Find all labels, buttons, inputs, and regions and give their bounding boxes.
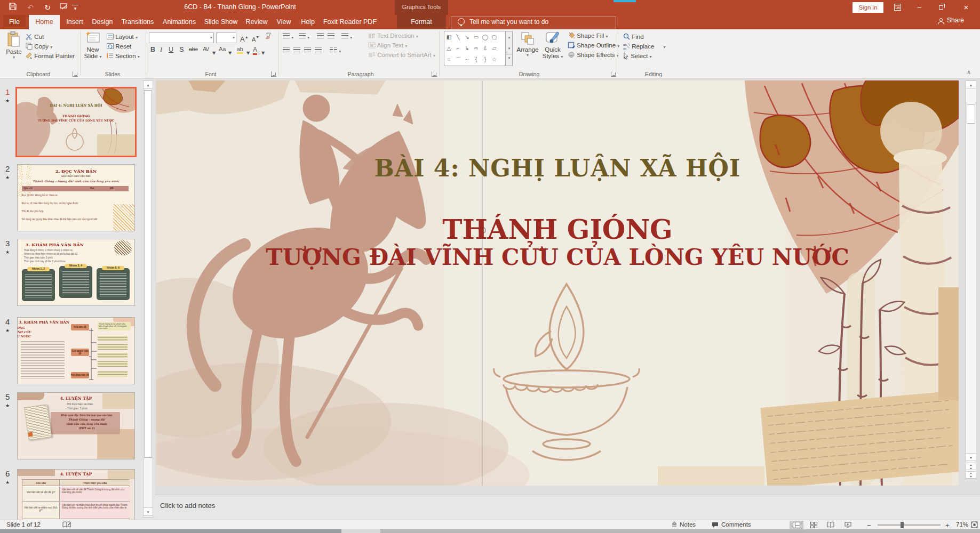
- section-button[interactable]: Section ▾: [107, 52, 140, 61]
- previous-slide-button[interactable]: ▴▴: [966, 463, 976, 470]
- align-center-button[interactable]: [293, 46, 300, 55]
- line-spacing-button[interactable]: ▾: [341, 33, 352, 42]
- arrange-button[interactable]: Arrange ▾: [515, 31, 540, 58]
- slide-thumbnail-4[interactable]: 3. KHÁM PHÁ VĂN BẢN THÁNH GIÓNG TƯỢNG ĐÀ…: [17, 317, 135, 384]
- next-slide-button[interactable]: ▾▾: [966, 471, 976, 479]
- shape-icon[interactable]: △: [444, 43, 453, 54]
- slide-title-line2[interactable]: THÁNH GIÓNG: [156, 214, 959, 245]
- start-slideshow-icon[interactable]: [59, 3, 68, 12]
- tab-slide-show[interactable]: Slide Show: [202, 15, 240, 29]
- font-color-button[interactable]: A: [253, 46, 257, 55]
- paragraph-dialog-launcher[interactable]: [432, 71, 437, 77]
- shape-icon[interactable]: }: [481, 54, 490, 65]
- change-case-button[interactable]: Aa: [219, 46, 226, 52]
- change-case-caret[interactable]: ▾: [228, 49, 232, 56]
- clear-formatting-button[interactable]: [265, 33, 272, 42]
- copy-button[interactable]: Copy ▾: [26, 42, 52, 51]
- reset-button[interactable]: Reset: [107, 42, 131, 51]
- clipboard-dialog-launcher[interactable]: [73, 71, 78, 77]
- decrease-indent-button[interactable]: [317, 33, 324, 42]
- numbering-button[interactable]: ▾: [299, 33, 309, 42]
- shape-icon[interactable]: ∼: [463, 54, 472, 65]
- tab-help[interactable]: Help: [298, 15, 318, 29]
- notes-toggle-button[interactable]: Notes: [680, 521, 696, 528]
- collapse-ribbon-icon[interactable]: ∧: [967, 69, 971, 76]
- slide-thumbnail-3[interactable]: 3. KHÁM PHÁ VĂN BẢN Hoạt động 6 nhóm, 2 …: [17, 239, 135, 306]
- close-button[interactable]: ×: [957, 0, 975, 15]
- scroll-down-icon[interactable]: ▾: [966, 453, 976, 461]
- italic-button[interactable]: I: [160, 46, 162, 54]
- text-direction-button[interactable]: Text Direction ▾: [368, 31, 418, 41]
- thumbnail-scroll-up-icon[interactable]: ▴: [143, 80, 153, 89]
- tab-file[interactable]: File: [3, 15, 26, 29]
- tell-me-label[interactable]: Tell me what you want to do: [469, 18, 548, 26]
- tab-home[interactable]: Home: [29, 15, 60, 29]
- new-slide-button[interactable]: New Slide ▾: [82, 31, 103, 59]
- shape-icon[interactable]: ☆: [490, 54, 499, 65]
- tab-design[interactable]: Design: [90, 15, 115, 29]
- columns-button[interactable]: ▾: [330, 46, 341, 55]
- highlight-color-button[interactable]: ab: [237, 46, 243, 54]
- share-button[interactable]: Share: [947, 17, 964, 24]
- shape-icon[interactable]: ▭: [472, 32, 481, 43]
- shape-icon[interactable]: ⌐: [453, 43, 463, 54]
- vertical-scrollbar-thumb[interactable]: [967, 104, 975, 124]
- font-name-combobox[interactable]: ▾: [149, 33, 214, 43]
- align-left-button[interactable]: [283, 46, 290, 55]
- highlight-caret[interactable]: ▾: [246, 49, 250, 56]
- shape-icon[interactable]: ╲: [453, 32, 463, 43]
- customize-qat-icon[interactable]: ▾: [72, 5, 78, 11]
- slide-title-line1[interactable]: BÀI 4: NGHỊ LUẬN XÃ HỘI: [156, 155, 959, 182]
- minimize-button[interactable]: –: [910, 0, 928, 15]
- zoom-slider-thumb[interactable]: [901, 522, 904, 528]
- select-button[interactable]: Select ▾: [623, 52, 651, 61]
- scroll-up-icon[interactable]: ▴: [966, 80, 976, 88]
- strikethrough-button[interactable]: abc: [189, 46, 198, 52]
- notes-placeholder[interactable]: Click to add notes: [160, 502, 215, 510]
- tab-animations[interactable]: Animations: [160, 15, 198, 29]
- shape-icon[interactable]: ◯: [481, 32, 490, 43]
- slide-sorter-view-button[interactable]: [807, 521, 820, 529]
- tab-foxit-reader-pdf[interactable]: Foxit Reader PDF: [321, 15, 379, 29]
- shape-icon[interactable]: ⇩: [481, 43, 490, 54]
- sign-in-button[interactable]: Sign in: [852, 2, 883, 13]
- restore-button[interactable]: [933, 0, 951, 15]
- bullets-button[interactable]: ▾: [283, 33, 293, 42]
- fit-to-window-icon[interactable]: [971, 521, 978, 529]
- slide-thumbnail-5[interactable]: 4. LUYỆN TẬP - HS thực hiện cá nhân - Th…: [17, 392, 135, 459]
- shapes-gallery[interactable]: ◧╲↘▭◯▢△⌐↳⇨⇩▱≈⌒∼{}☆: [444, 31, 506, 66]
- shape-icon[interactable]: ≈: [444, 54, 453, 65]
- tab-format[interactable]: Format: [397, 15, 446, 29]
- tab-insert[interactable]: Insert: [63, 15, 86, 29]
- redo-icon[interactable]: ↻: [43, 3, 52, 12]
- shape-icon[interactable]: ▱: [490, 43, 499, 54]
- layout-button[interactable]: Layout ▾: [107, 33, 138, 42]
- undo-icon[interactable]: ↶: [26, 3, 35, 12]
- shape-effects-button[interactable]: Shape Effects ▾: [568, 51, 619, 60]
- font-size-combobox[interactable]: ▾: [216, 33, 236, 43]
- shape-icon[interactable]: ◧: [444, 32, 453, 43]
- font-dialog-launcher[interactable]: [271, 71, 276, 77]
- align-right-button[interactable]: [304, 46, 311, 55]
- tab-view[interactable]: View: [273, 15, 294, 29]
- shape-icon[interactable]: ⇨: [472, 43, 481, 54]
- shape-icon[interactable]: ▢: [490, 32, 499, 43]
- quick-styles-button[interactable]: Quick Styles ▾: [541, 31, 564, 59]
- zoom-slider-track[interactable]: [878, 524, 941, 526]
- slideshow-view-button[interactable]: [841, 521, 855, 529]
- slide-thumbnail-2[interactable]: 2. ĐỌC VĂN BẢN Đọc diễn cảm văn bản Thán…: [17, 164, 135, 231]
- spellcheck-icon[interactable]: [62, 521, 71, 529]
- thumbnail-scrollbar-thumb[interactable]: [144, 90, 152, 458]
- shapes-gallery-scrollbar[interactable]: ▴▾▾: [506, 31, 513, 66]
- notes-pane[interactable]: Click to add notes: [155, 495, 980, 520]
- shape-icon[interactable]: ↘: [463, 32, 472, 43]
- thumbnail-scroll-down-icon[interactable]: ▾: [143, 507, 153, 516]
- grow-font-button[interactable]: A▲: [240, 33, 249, 42]
- vertical-scrollbar[interactable]: [966, 80, 976, 477]
- justify-button[interactable]: [315, 46, 322, 55]
- shape-icon[interactable]: ↳: [463, 43, 472, 54]
- format-painter-button[interactable]: Format Painter: [26, 52, 75, 61]
- underline-button[interactable]: U: [169, 46, 173, 53]
- ribbon-display-options-icon[interactable]: [888, 0, 906, 15]
- drawing-dialog-launcher[interactable]: [611, 71, 616, 77]
